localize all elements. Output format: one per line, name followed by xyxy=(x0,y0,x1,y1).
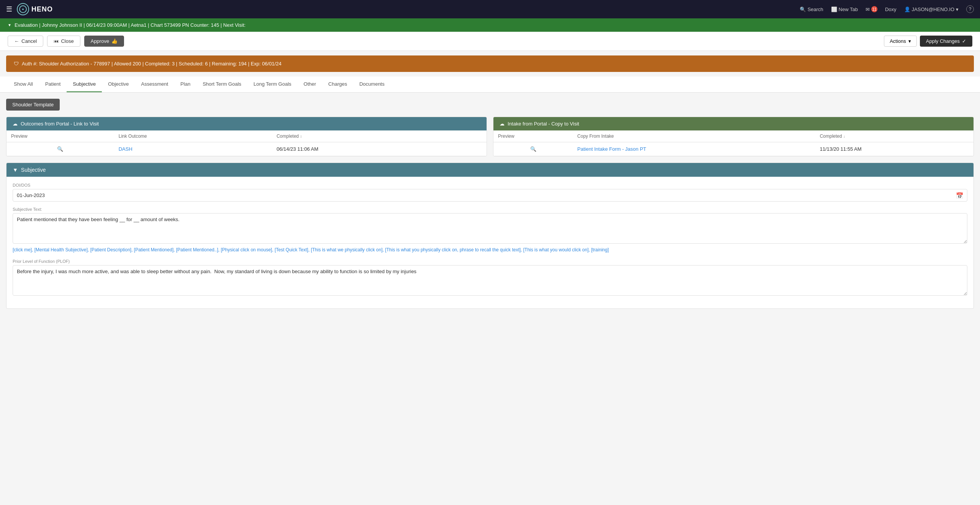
approve-thumb-icon: 👍 xyxy=(111,38,118,44)
tab-short-term-goals[interactable]: Short Term Goals xyxy=(196,77,247,92)
outcomes-completed-cell: 06/14/23 11:06 AM xyxy=(272,142,487,156)
subjective-text-label: Subjective Text: xyxy=(13,207,967,212)
nav-left: ☰ ● HENO xyxy=(6,3,53,15)
logo-circle: ● xyxy=(17,3,29,15)
new-tab-nav[interactable]: ⬜ New Tab xyxy=(831,7,858,12)
table-row: 🔍 Patient Intake Form - Jason PT 11/13/2… xyxy=(493,142,973,156)
tab-assessment[interactable]: Assessment xyxy=(135,77,175,92)
plof-textarea[interactable] xyxy=(13,265,967,296)
nav-right: 🔍 Search ⬜ New Tab ✉ 11 Doxy 👤 JASON@HEN… xyxy=(800,5,974,13)
cancel-button[interactable]: ← Cancel xyxy=(8,36,43,47)
intake-portal-card: ☁ Intake from Portal - Copy to Visit Pre… xyxy=(493,117,974,156)
quick-link-8[interactable]: [This is what you physically click on, p… xyxy=(385,247,521,252)
outcomes-preview-cell[interactable]: 🔍 xyxy=(7,142,114,156)
toolbar-left: ← Cancel ⏮ Close Approve 👍 xyxy=(8,36,124,47)
quick-link-4[interactable]: [Patient Mentioned..] xyxy=(176,247,218,252)
auth-banner: 🛡 Auth #: Shoulder Authorization - 77899… xyxy=(6,55,974,72)
outcomes-portal-header: ☁ Outcomes from Portal - Link to Visit xyxy=(7,117,487,130)
help-nav[interactable]: ? xyxy=(966,5,974,13)
sort-icon-intake: ↓ xyxy=(843,134,845,138)
tab-subjective[interactable]: Subjective xyxy=(67,77,102,92)
intake-preview-cell[interactable]: 🔍 xyxy=(493,142,573,156)
doi-dos-input[interactable] xyxy=(13,189,967,202)
eval-banner-text: Evaluation | Johnny Johnson II | 06/14/2… xyxy=(15,22,245,28)
doi-dos-input-wrapper: 📅 xyxy=(13,189,967,202)
subjective-collapse-icon: ▼ xyxy=(13,167,18,173)
close-button[interactable]: ⏮ Close xyxy=(47,36,80,47)
logo-text: HENO xyxy=(31,5,53,13)
tab-show-all[interactable]: Show All xyxy=(8,77,39,92)
tab-plan[interactable]: Plan xyxy=(174,77,196,92)
tab-objective[interactable]: Objective xyxy=(102,77,135,92)
heno-logo[interactable]: ● HENO xyxy=(17,3,53,15)
logo-inner: ● xyxy=(19,5,27,13)
quick-link-2[interactable]: [Patient Description] xyxy=(90,247,131,252)
doxy-nav[interactable]: Doxy xyxy=(885,7,897,12)
tabs-container: Show All Patient Subjective Objective As… xyxy=(0,77,980,93)
tab-long-term-goals[interactable]: Long Term Goals xyxy=(247,77,297,92)
portal-grid: ☁ Outcomes from Portal - Link to Visit P… xyxy=(6,117,974,156)
eval-banner-arrow: ▼ xyxy=(8,23,11,27)
plof-label: Prior Level of Function (PLOF) xyxy=(13,259,967,264)
outcomes-table: Preview Link Outcome Completed ↕ 🔍 DASH xyxy=(7,130,487,156)
hamburger-icon[interactable]: ☰ xyxy=(6,5,12,13)
quick-link-7[interactable]: [This is what we physically click on] xyxy=(311,247,382,252)
outcomes-col-preview: Preview xyxy=(7,130,114,142)
user-nav[interactable]: 👤 JASON@HENO.IO ▾ xyxy=(904,7,959,12)
intake-portal-header: ☁ Intake from Portal - Copy to Visit xyxy=(493,117,973,130)
outcomes-portal-title: Outcomes from Portal - Link to Visit xyxy=(21,121,99,127)
quick-links-container: [click me], [Mental Health Subjective], … xyxy=(13,246,967,254)
quick-link-0[interactable]: [click me] xyxy=(13,247,32,252)
intake-table: Preview Copy From Intake Completed ↓ 🔍 P… xyxy=(493,130,973,156)
sort-icon: ↕ xyxy=(300,134,302,138)
messages-nav[interactable]: ✉ 11 xyxy=(866,6,877,12)
outcomes-cloud-icon: ☁ xyxy=(13,121,18,127)
doi-dos-label: DOI/DOS xyxy=(13,183,967,187)
eval-banner: ▼ Evaluation | Johnny Johnson II | 06/14… xyxy=(0,18,980,32)
tab-patient[interactable]: Patient xyxy=(39,77,67,92)
top-nav: ☰ ● HENO 🔍 Search ⬜ New Tab ✉ 11 Doxy 👤 … xyxy=(0,0,980,18)
outcomes-col-completed: Completed ↕ xyxy=(272,130,487,142)
close-icon: ⏮ xyxy=(54,38,59,44)
quick-link-6[interactable]: [Test Quick Text] xyxy=(274,247,308,252)
calendar-icon: 📅 xyxy=(956,192,964,199)
intake-col-completed: Completed ↓ xyxy=(815,130,973,142)
subjective-section-body: DOI/DOS 📅 Subjective Text: [click me], [… xyxy=(7,177,973,308)
auth-shield-icon: 🛡 xyxy=(14,61,19,67)
intake-form-link[interactable]: Patient Intake Form - Jason PT xyxy=(577,146,646,152)
table-row: 🔍 DASH 06/14/23 11:06 AM xyxy=(7,142,487,156)
tab-other[interactable]: Other xyxy=(297,77,322,92)
subjective-section-title: Subjective xyxy=(21,167,46,173)
intake-cloud-icon: ☁ xyxy=(500,121,505,127)
toolbar-right: Actions ▾ Apply Changes ✓ xyxy=(884,36,972,47)
subjective-section-card: ▼ Subjective DOI/DOS 📅 Subjective Text: … xyxy=(6,163,974,309)
search-nav[interactable]: 🔍 Search xyxy=(800,7,823,12)
outcomes-link-cell[interactable]: DASH xyxy=(114,142,272,156)
quick-link-5[interactable]: [Physical click on mouse] xyxy=(221,247,272,252)
actions-button[interactable]: Actions ▾ xyxy=(884,36,917,47)
approve-button[interactable]: Approve 👍 xyxy=(84,36,124,47)
intake-completed-cell: 11/13/20 11:55 AM xyxy=(815,142,973,156)
quick-link-10[interactable]: [training] xyxy=(591,247,609,252)
intake-copy-cell[interactable]: Patient Intake Form - Jason PT xyxy=(573,142,815,156)
subjective-text-area[interactable] xyxy=(13,213,967,244)
outcomes-portal-card: ☁ Outcomes from Portal - Link to Visit P… xyxy=(6,117,487,156)
intake-col-preview: Preview xyxy=(493,130,573,142)
dash-link[interactable]: DASH xyxy=(119,146,132,152)
auth-banner-text: Auth #: Shoulder Authorization - 778997 … xyxy=(22,61,281,67)
shoulder-template-button[interactable]: Shoulder Template xyxy=(6,99,60,111)
tab-charges[interactable]: Charges xyxy=(322,77,353,92)
apply-changes-button[interactable]: Apply Changes ✓ xyxy=(920,36,972,47)
subjective-section-header[interactable]: ▼ Subjective xyxy=(7,163,973,177)
apply-check-icon: ✓ xyxy=(962,38,966,44)
quick-link-9[interactable]: [This is what you would click on] xyxy=(523,247,589,252)
doi-dos-group: DOI/DOS 📅 xyxy=(13,183,967,202)
intake-portal-title: Intake from Portal - Copy to Visit xyxy=(508,121,579,127)
quick-link-1[interactable]: [Mental Health Subjective] xyxy=(34,247,88,252)
actions-chevron-icon: ▾ xyxy=(908,38,911,44)
cancel-arrow-icon: ← xyxy=(14,38,19,44)
intake-col-copy: Copy From Intake xyxy=(573,130,815,142)
quick-link-3[interactable]: [Patient Mentioned] xyxy=(134,247,173,252)
tab-documents[interactable]: Documents xyxy=(353,77,391,92)
main-content: Shoulder Template ☁ Outcomes from Portal… xyxy=(0,93,980,321)
